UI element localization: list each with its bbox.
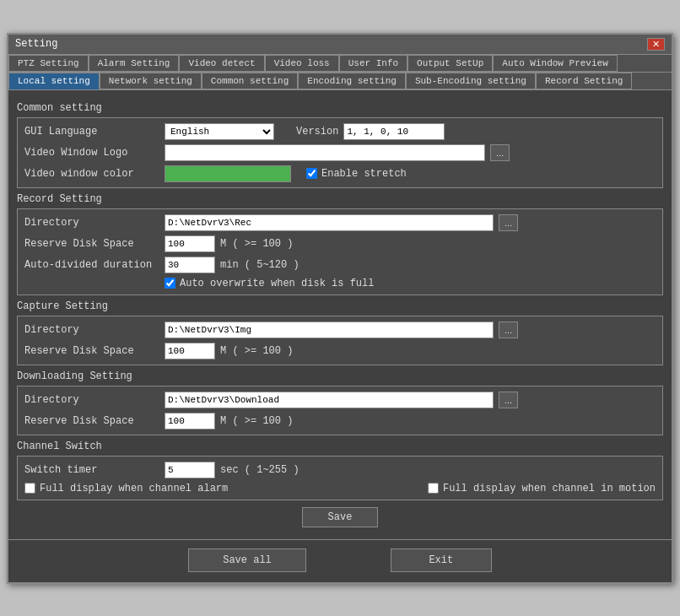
common-setting-label: Common setting (17, 102, 663, 114)
save-button[interactable]: Save (302, 507, 379, 527)
auto-divided-hint: min ( 5~120 ) (220, 259, 300, 271)
downloading-setting-box: Directory ... Reserve Disk Space M ( >= … (17, 386, 663, 435)
full-display-motion-checkbox[interactable] (428, 483, 439, 494)
common-setting-box: GUI Language English Version Video Windo… (17, 117, 663, 188)
exit-button[interactable]: Exit (391, 548, 492, 572)
capture-reserve-disk-input[interactable] (165, 343, 215, 359)
record-reserve-disk-input[interactable] (165, 235, 215, 252)
capture-setting-box: Directory ... Reserve Disk Space M ( >= … (17, 316, 663, 365)
download-reserve-disk-label: Reserve Disk Space (24, 415, 159, 427)
tab-video-detect[interactable]: Video detect (179, 55, 264, 72)
full-display-alarm-checkbox[interactable] (24, 483, 35, 494)
download-reserve-disk-hint: M ( >= 100 ) (220, 415, 293, 427)
tab-alarm-setting[interactable]: Alarm Setting (89, 55, 180, 72)
download-reserve-disk-input[interactable] (165, 413, 215, 430)
download-directory-label: Directory (24, 394, 159, 406)
enable-stretch-checkbox[interactable] (306, 168, 317, 179)
tab-ptz-setting[interactable]: PTZ Setting (8, 55, 89, 72)
tab-sub-encoding-setting[interactable]: Sub-Encoding setting (406, 73, 536, 89)
auto-overwrite-label: Auto overwrite when disk is full (180, 278, 374, 289)
record-directory-input[interactable] (165, 214, 494, 231)
version-input[interactable] (343, 123, 445, 140)
bottom-bar: Save all Exit (8, 539, 672, 582)
tab-video-loss[interactable]: Video loss (265, 55, 339, 72)
title-bar: Setting ✕ (8, 35, 672, 55)
save-all-button[interactable]: Save all (188, 548, 306, 572)
gui-language-select[interactable]: English (165, 123, 274, 140)
tab-output-setup[interactable]: Output SetUp (407, 55, 493, 72)
tab-local-setting[interactable]: Local setting (8, 73, 100, 89)
capture-reserve-disk-label: Reserve Disk Space (24, 345, 159, 357)
full-display-alarm-label: Full display when channel alarm (40, 483, 228, 494)
switch-timer-hint: sec ( 1~255 ) (220, 464, 300, 476)
switch-timer-input[interactable] (165, 462, 215, 478)
switch-timer-label: Switch timer (24, 464, 159, 476)
window-title: Setting (15, 38, 57, 50)
nav-row1: PTZ Setting Alarm Setting Video detect V… (8, 55, 672, 73)
download-directory-input[interactable] (165, 392, 494, 408)
channel-switch-label: Channel Switch (17, 440, 663, 452)
video-window-color-box[interactable] (165, 165, 291, 182)
download-directory-browse[interactable]: ... (499, 392, 518, 408)
tab-network-setting[interactable]: Network setting (100, 73, 202, 89)
record-directory-label: Directory (24, 217, 159, 229)
video-window-logo-browse[interactable]: ... (490, 144, 510, 161)
video-window-logo-label: Video Window Logo (24, 147, 159, 159)
record-directory-browse[interactable]: ... (499, 214, 518, 231)
version-label: Version (296, 126, 338, 138)
tab-encoding-setting[interactable]: Encoding setting (298, 73, 406, 89)
tab-common-setting[interactable]: Common setting (202, 73, 298, 89)
capture-directory-browse[interactable]: ... (499, 322, 518, 338)
record-setting-label: Record Setting (17, 193, 663, 205)
auto-divided-label: Auto-divided duration (24, 259, 159, 271)
video-window-logo-input[interactable] (165, 144, 485, 161)
capture-directory-label: Directory (24, 324, 159, 336)
record-setting-box: Directory ... Reserve Disk Space M ( >= … (17, 208, 663, 295)
channel-switch-box: Switch timer sec ( 1~255 ) Full display … (17, 456, 663, 500)
tab-auto-window-preview[interactable]: Auto Window Preview (493, 55, 617, 72)
downloading-setting-label: Downloading Setting (17, 370, 663, 382)
close-button[interactable]: ✕ (647, 38, 665, 51)
capture-setting-label: Capture Setting (17, 300, 663, 312)
nav-row2: Local setting Network setting Common set… (8, 73, 672, 90)
tab-record-setting[interactable]: Record Setting (536, 73, 632, 89)
content-area: Common setting GUI Language English Vers… (8, 90, 672, 539)
record-reserve-disk-label: Reserve Disk Space (24, 238, 159, 250)
tab-user-info[interactable]: User Info (339, 55, 407, 72)
full-display-motion-label: Full display when channel in motion (443, 483, 656, 494)
video-window-color-label: Video window color (24, 168, 159, 180)
capture-directory-input[interactable] (165, 322, 494, 338)
auto-overwrite-checkbox[interactable] (165, 278, 175, 289)
main-window: Setting ✕ PTZ Setting Alarm Setting Vide… (7, 33, 673, 584)
gui-language-label: GUI Language (24, 126, 159, 138)
capture-reserve-disk-hint: M ( >= 100 ) (220, 345, 293, 357)
auto-divided-input[interactable] (165, 257, 215, 273)
record-reserve-disk-hint: M ( >= 100 ) (220, 238, 293, 250)
enable-stretch-label: Enable stretch (321, 168, 407, 180)
